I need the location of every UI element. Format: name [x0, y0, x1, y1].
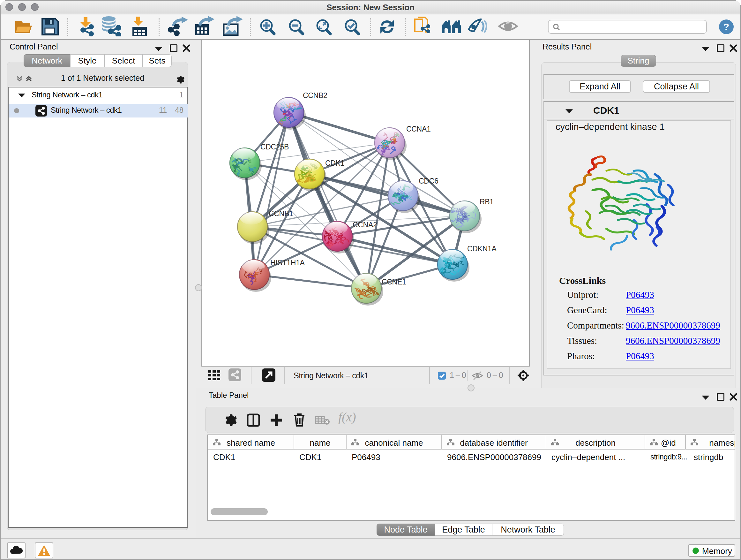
svg-text:RB1: RB1 — [480, 198, 494, 206]
svg-text:CDKN1A: CDKN1A — [467, 245, 496, 253]
svg-text:CCNE1: CCNE1 — [382, 278, 406, 286]
svg-text:HIST1H1A: HIST1H1A — [270, 259, 305, 267]
svg-text:CDC6: CDC6 — [419, 177, 438, 185]
svg-text:CDC25B: CDC25B — [260, 143, 289, 151]
svg-text:CCNB1: CCNB1 — [269, 209, 293, 218]
svg-text:?: ? — [724, 21, 729, 32]
svg-text:CDK1: CDK1 — [325, 159, 344, 167]
svg-text:CCNB2: CCNB2 — [303, 91, 327, 100]
svg-text:CCNA1: CCNA1 — [406, 125, 430, 133]
svg-text:CCNA2: CCNA2 — [353, 221, 377, 229]
